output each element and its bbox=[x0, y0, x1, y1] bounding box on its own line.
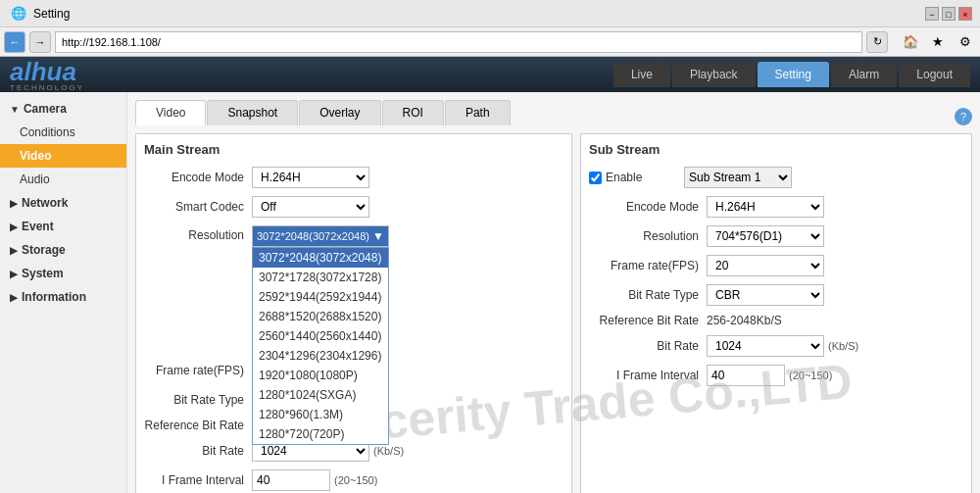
panels: Main Stream Encode Mode H.264H Smart Cod… bbox=[135, 133, 972, 493]
sub-bit-rate-select[interactable]: 1024 bbox=[707, 335, 824, 357]
resolution-options-list: 3072*2048(3072x2048) 3072*1728(3072x1728… bbox=[252, 247, 389, 445]
nav-live[interactable]: Live bbox=[613, 62, 670, 87]
resolution-option-6[interactable]: 1920*1080(1080P) bbox=[253, 366, 388, 385]
logo-sub: TECHNOLOGY bbox=[10, 83, 84, 92]
logo-area: alhua TECHNOLOGY bbox=[10, 57, 84, 92]
sub-i-frame-input[interactable] bbox=[707, 365, 785, 386]
sub-i-frame-label: I Frame Interval bbox=[589, 369, 707, 382]
reference-bit-rate-label: Reference Bit Rate bbox=[144, 419, 252, 432]
resolution-row: Resolution 3072*2048(3072x2048) ▼ 3072*2… bbox=[144, 225, 564, 247]
sub-i-frame-row: I Frame Interval (20~150) bbox=[589, 365, 963, 386]
sub-resolution-select[interactable]: 704*576(D1) bbox=[707, 225, 824, 247]
arrow-right-icon-info: ▶ bbox=[10, 292, 18, 303]
arrow-right-icon-system: ▶ bbox=[10, 269, 18, 279]
encode-mode-select[interactable]: H.264H bbox=[252, 167, 369, 188]
sidebar-item-event[interactable]: ▶ Event bbox=[0, 215, 126, 238]
nav-alarm[interactable]: Alarm bbox=[831, 62, 897, 87]
smart-codec-select[interactable]: Off bbox=[252, 196, 369, 218]
minimize-button[interactable]: − bbox=[925, 7, 939, 21]
sidebar-item-network[interactable]: ▶ Network bbox=[0, 191, 126, 215]
star-icon[interactable]: ★ bbox=[927, 31, 949, 53]
arrow-right-icon-storage: ▶ bbox=[10, 245, 18, 256]
sidebar-label-event: Event bbox=[22, 220, 54, 233]
resolution-option-0[interactable]: 3072*2048(3072x2048) bbox=[253, 248, 388, 268]
dropdown-arrow-icon: ▼ bbox=[372, 229, 384, 243]
forward-button[interactable]: → bbox=[29, 31, 51, 53]
frame-rate-label: Frame rate(FPS) bbox=[144, 364, 252, 377]
resolution-option-9[interactable]: 1280*720(720P) bbox=[253, 424, 388, 444]
sub-bit-rate-type-label: Bit Rate Type bbox=[589, 288, 707, 302]
browser-icon: 🌐 bbox=[8, 3, 29, 25]
home-icon[interactable]: 🏠 bbox=[900, 31, 921, 53]
sidebar-item-conditions[interactable]: Conditions bbox=[0, 121, 126, 144]
logo: alhua TECHNOLOGY bbox=[10, 57, 84, 92]
arrow-right-icon-event: ▶ bbox=[10, 222, 18, 232]
tab-path[interactable]: Path bbox=[445, 100, 511, 125]
logo-text: alhua bbox=[10, 57, 76, 86]
resolution-option-4[interactable]: 2560*1440(2560x1440) bbox=[253, 326, 388, 346]
sub-frame-rate-select[interactable]: 20 bbox=[707, 255, 824, 276]
sub-reference-bit-rate-row: Reference Bit Rate 256-2048Kb/S bbox=[589, 314, 963, 327]
refresh-nav-button[interactable]: ↻ bbox=[866, 31, 888, 53]
sidebar-item-video[interactable]: Video bbox=[0, 144, 126, 168]
sidebar-item-storage[interactable]: ▶ Storage bbox=[0, 238, 126, 262]
tab-snapshot[interactable]: Snapshot bbox=[207, 100, 298, 125]
main-content: Sincerity Trade Co.,LTD Video Snapshot O… bbox=[127, 92, 980, 493]
resolution-option-1[interactable]: 3072*1728(3072x1728) bbox=[253, 268, 388, 287]
sub-bit-rate-unit: (Kb/S) bbox=[828, 340, 858, 352]
resolution-option-3[interactable]: 2688*1520(2688x1520) bbox=[253, 307, 388, 326]
sub-bit-rate-row: Bit Rate 1024 (Kb/S) bbox=[589, 335, 963, 357]
window-controls: − □ × bbox=[925, 7, 972, 21]
tab-video[interactable]: Video bbox=[135, 100, 206, 125]
resolution-option-7[interactable]: 1280*1024(SXGA) bbox=[253, 385, 388, 405]
sidebar-label-network: Network bbox=[22, 196, 68, 210]
sub-bit-rate-type-select[interactable]: CBR bbox=[707, 284, 824, 306]
enable-checkbox[interactable] bbox=[589, 172, 602, 184]
sub-frame-rate-row: Frame rate(FPS) 20 bbox=[589, 255, 963, 276]
stream-select[interactable]: Sub Stream 1 Sub Stream 2 bbox=[684, 167, 792, 188]
sidebar-label-video: Video bbox=[20, 149, 51, 163]
sidebar: ▼ Camera Conditions Video Audio ▶ Networ… bbox=[0, 92, 127, 493]
tools-icon[interactable]: ⚙ bbox=[955, 31, 976, 53]
resolution-selected[interactable]: 3072*2048(3072x2048) ▼ bbox=[252, 225, 389, 247]
sub-frame-rate-label: Frame rate(FPS) bbox=[589, 259, 707, 272]
enable-row: Enable Sub Stream 1 Sub Stream 2 bbox=[589, 167, 963, 188]
title-bar-left: 🌐 Setting bbox=[8, 3, 70, 25]
sub-resolution-row: Resolution 704*576(D1) bbox=[589, 225, 963, 247]
tab-roi[interactable]: ROI bbox=[382, 100, 444, 125]
resolution-label: Resolution bbox=[144, 225, 252, 242]
sidebar-item-camera[interactable]: ▼ Camera bbox=[0, 97, 126, 121]
i-frame-label: I Frame Interval bbox=[144, 473, 252, 487]
sub-encode-mode-select[interactable]: H.264H bbox=[707, 196, 824, 218]
back-button[interactable]: ← bbox=[4, 31, 25, 53]
sidebar-label-conditions: Conditions bbox=[20, 125, 75, 139]
close-button[interactable]: × bbox=[958, 7, 972, 21]
header-nav: Live Playback Setting Alarm Logout bbox=[613, 62, 970, 87]
bit-rate-type-label: Bit Rate Type bbox=[144, 393, 252, 407]
resolution-option-8[interactable]: 1280*960(1.3M) bbox=[253, 405, 388, 424]
help-button[interactable]: ? bbox=[955, 108, 972, 125]
resolution-option-2[interactable]: 2592*1944(2592x1944) bbox=[253, 287, 388, 307]
sidebar-item-information[interactable]: ▶ Information bbox=[0, 285, 126, 309]
sub-encode-mode-label: Encode Mode bbox=[589, 200, 707, 214]
sub-stream-panel: Sub Stream Enable Sub Stream 1 Sub Strea… bbox=[580, 133, 972, 493]
nav-playback[interactable]: Playback bbox=[672, 62, 756, 87]
tab-overlay[interactable]: Overlay bbox=[299, 100, 380, 125]
nav-logout[interactable]: Logout bbox=[899, 62, 970, 87]
sidebar-label-camera: Camera bbox=[24, 102, 67, 116]
address-bar[interactable] bbox=[55, 31, 862, 53]
nav-bar: ← → ↻ 🏠 ★ ⚙ bbox=[0, 27, 980, 57]
app-header: alhua TECHNOLOGY Live Playback Setting A… bbox=[0, 57, 980, 92]
sub-reference-bit-rate-value: 256-2048Kb/S bbox=[707, 314, 782, 327]
app-body: ▼ Camera Conditions Video Audio ▶ Networ… bbox=[0, 92, 980, 493]
i-frame-input[interactable] bbox=[252, 469, 330, 491]
nav-setting[interactable]: Setting bbox=[758, 62, 829, 87]
resolution-dropdown[interactable]: 3072*2048(3072x2048) ▼ 3072*2048(3072x20… bbox=[252, 225, 389, 247]
main-stream-title: Main Stream bbox=[144, 142, 564, 157]
maximize-button[interactable]: □ bbox=[942, 7, 956, 21]
arrow-right-icon-network: ▶ bbox=[10, 198, 18, 209]
resolution-option-5[interactable]: 2304*1296(2304x1296) bbox=[253, 346, 388, 366]
sidebar-item-audio[interactable]: Audio bbox=[0, 168, 126, 191]
sidebar-item-system[interactable]: ▶ System bbox=[0, 262, 126, 285]
resolution-value: 3072*2048(3072x2048) bbox=[257, 230, 369, 242]
